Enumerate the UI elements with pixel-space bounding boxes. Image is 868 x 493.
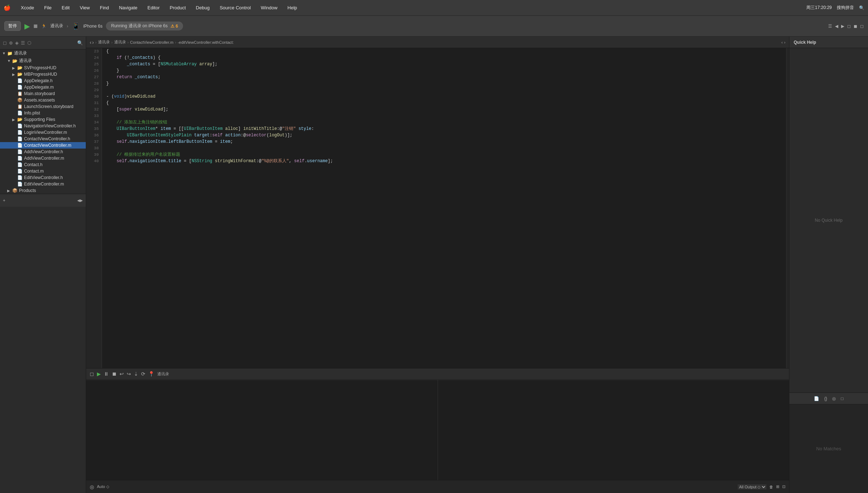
debug-icon-stepover[interactable]: ↩ <box>120 371 124 377</box>
nav-back-icon[interactable]: ‹ <box>90 39 92 45</box>
code-line-40[interactable]: self.navigationItem.title = [NSString st… <box>106 158 782 164</box>
code-line-25[interactable]: _contacts = [NSMutableArray array]; <box>106 61 782 67</box>
menu-find[interactable]: Find <box>98 4 111 11</box>
menu-file[interactable]: File <box>42 4 54 11</box>
scheme-name[interactable]: 通讯录 <box>50 23 63 29</box>
sidebar-icon-1[interactable]: ◻ <box>3 40 7 46</box>
sidebar-item-launchscreen[interactable]: 📋 LaunchScreen.storyboard <box>0 103 86 110</box>
layout-icon-2[interactable]: ◀ <box>835 24 838 29</box>
code-line-38[interactable] <box>106 145 782 151</box>
sidebar-search-icon[interactable]: 🔍 <box>77 40 83 46</box>
sidebar-icon-4[interactable]: ☰ <box>21 40 25 46</box>
breadcrumb-item-3[interactable]: -editViewController:withContact: <box>178 40 234 44</box>
qh-icon-target[interactable]: ◎ <box>832 396 836 401</box>
code-line-31[interactable]: { <box>106 100 782 106</box>
sidebar-item-tongxunlu[interactable]: ▼ 📂 通讯录 <box>0 57 86 65</box>
warning-badge[interactable]: ⚠ 6 <box>171 24 178 29</box>
debug-icon-continue[interactable]: ⟳ <box>141 371 145 377</box>
code-line-39[interactable]: // 根据传过来的用户名设置标题 <box>106 151 782 158</box>
code-line-28[interactable]: } <box>106 80 782 87</box>
sidebar-item-contact_class_m[interactable]: 📄 Contact.m <box>0 168 86 174</box>
menu-help[interactable]: Help <box>285 4 299 11</box>
menu-product[interactable]: Product <box>168 4 188 11</box>
sidebar-item-editview_h[interactable]: 📄 EditViewController.h <box>0 174 86 181</box>
layout-icon-4[interactable]: ◻ <box>847 24 851 29</box>
breadcrumb-item-0[interactable]: 通讯录 <box>98 39 110 45</box>
sidebar-item-contact_class_h[interactable]: 📄 Contact.h <box>0 161 86 168</box>
sidebar-item-addview_h[interactable]: 📄 AddViewController.h <box>0 149 86 155</box>
sidebar-filter-icon[interactable]: ◀▶ <box>77 198 83 202</box>
console-trash-icon[interactable]: 🗑 <box>769 485 773 489</box>
sidebar-item-info_plist[interactable]: 📄 Info.plist <box>0 110 86 116</box>
code-line-30[interactable]: - (void)viewDidLoad <box>106 93 782 100</box>
sidebar-item-svprogress[interactable]: ▶ 📂 SVProgressHUD <box>0 65 86 71</box>
menu-source-control[interactable]: Source Control <box>218 4 253 11</box>
qh-icon-file[interactable]: 📄 <box>814 396 819 401</box>
code-content[interactable]: { if (!_contacts) { _contacts = [NSMutab… <box>102 48 786 368</box>
code-line-26[interactable]: } <box>106 67 782 74</box>
console-icon-1[interactable]: ◎ <box>90 484 94 490</box>
console-auto-label[interactable]: Auto ◇ <box>97 484 109 489</box>
qh-icon-code[interactable]: {} <box>824 396 827 401</box>
debug-icon-stop[interactable]: ⏹ <box>112 371 117 377</box>
menu-editor[interactable]: Editor <box>145 4 162 11</box>
debug-icon-stepinto[interactable]: ↪ <box>127 371 131 377</box>
nav-right-icon[interactable]: › <box>784 40 785 44</box>
sidebar-item-appdelegate_h[interactable]: 📄 AppDelegate.h <box>0 78 86 84</box>
tree-arrow-products[interactable]: ▶ <box>7 189 12 193</box>
debug-icon-stepout[interactable]: ⇣ <box>134 371 138 377</box>
sidebar-item-appdelegate_m[interactable]: 📄 AppDelegate.m <box>0 84 86 90</box>
qh-icon-box[interactable]: □ <box>841 396 843 401</box>
sidebar-item-supporting[interactable]: ▶ 📂 Supporting Files <box>0 116 86 123</box>
menu-edit[interactable]: Edit <box>60 4 72 11</box>
code-line-32[interactable]: [super viewDidLoad]; <box>106 106 782 113</box>
console-output-select[interactable]: All Output ◇ <box>738 484 766 489</box>
sidebar-icon-2[interactable]: ⊕ <box>9 40 13 46</box>
sidebar-item-products[interactable]: ▶ 📦 Products <box>0 187 86 194</box>
sidebar-item-mbprogress[interactable]: ▶ 📂 MBProgressHUD <box>0 71 86 78</box>
sidebar-item-contact_h[interactable]: 📄 ContactViewController.h <box>0 136 86 142</box>
layout-icon-5[interactable]: ◼ <box>854 24 857 29</box>
menu-xcode[interactable]: Xcode <box>19 4 36 11</box>
code-line-23[interactable]: { <box>106 48 782 55</box>
nav-forward-icon[interactable]: › <box>92 39 94 45</box>
stop-button[interactable]: ■ <box>33 22 38 30</box>
menu-window[interactable]: Window <box>259 4 280 11</box>
layout-icon-1[interactable]: ☰ <box>828 24 832 29</box>
sidebar-item-contact_m[interactable]: 📄 ContactViewController.m <box>0 142 86 149</box>
sidebar-item-main_storyboard[interactable]: 📋 Main.storyboard <box>0 90 86 97</box>
code-line-37[interactable]: self.navigationItem.leftBarButtonItem = … <box>106 138 782 145</box>
debug-icon-toggle[interactable]: ◻ <box>90 371 94 377</box>
minimap-scrollbar[interactable] <box>786 48 789 368</box>
tree-arrow-mbprogress[interactable]: ▶ <box>12 72 17 76</box>
layout-icon-6[interactable]: ◻ <box>860 24 864 29</box>
sidebar-item-editview_m[interactable]: 📄 EditViewController.m <box>0 181 86 187</box>
code-line-24[interactable]: if (!_contacts) { <box>106 55 782 61</box>
sidebar-item-root[interactable]: ▼ 📁 通讯录 <box>0 50 86 57</box>
sidebar-item-assets[interactable]: 📦 Assets.xcassets <box>0 97 86 103</box>
tree-arrow-svprogress[interactable]: ▶ <box>12 66 17 70</box>
tree-arrow-root[interactable]: ▼ <box>2 51 7 55</box>
debug-icon-pause[interactable]: ⏸ <box>104 371 109 377</box>
nav-left-icon[interactable]: ‹ <box>781 40 783 44</box>
code-line-34[interactable]: // 添加左上角注销的按钮 <box>106 119 782 126</box>
code-line-36[interactable]: UIBarButtonItemStylePlain target:self ac… <box>106 132 782 138</box>
breadcrumb-item-2[interactable]: ContactViewController.m <box>130 40 173 44</box>
tree-arrow-tongxunlu[interactable]: ▼ <box>7 59 12 63</box>
debug-icon-play[interactable]: ▶ <box>97 371 101 377</box>
device-name[interactable]: iPhone 6s <box>83 24 102 29</box>
code-line-35[interactable]: UIBarButtonItem* item = [[UIBarButtonIte… <box>106 126 782 132</box>
console-collapse-icon[interactable]: ⊡ <box>782 484 785 489</box>
debug-icon-location[interactable]: 📍 <box>148 371 154 377</box>
menu-debug[interactable]: Debug <box>194 4 212 11</box>
console-split-icon[interactable]: ⊞ <box>776 484 779 489</box>
code-container[interactable]: 232425262728293031323334353637383940 { i… <box>86 48 786 368</box>
menu-navigate[interactable]: Navigate <box>117 4 139 11</box>
code-line-33[interactable] <box>106 113 782 119</box>
breadcrumb-item-1[interactable]: 通讯录 <box>114 39 126 45</box>
input-method[interactable]: 搜狗拼音 <box>837 5 854 11</box>
code-line-29[interactable] <box>106 87 782 93</box>
run-button[interactable]: ▶ <box>24 22 30 30</box>
sidebar-item-addview_m[interactable]: 📄 AddViewController.m <box>0 155 86 161</box>
tree-arrow-supporting[interactable]: ▶ <box>12 118 17 122</box>
